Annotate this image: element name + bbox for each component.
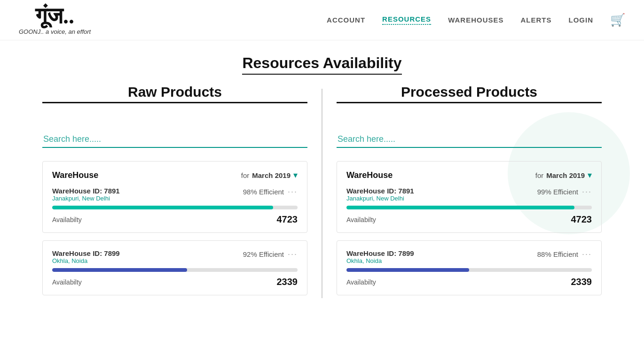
raw-wh2-id: WareHouse ID: 7899 — [52, 249, 120, 257]
nav-alerts[interactable]: ALERTS — [521, 16, 552, 24]
raw-wh2-availability-label: Availabilty — [52, 278, 82, 286]
processed-wh1-availability-row: Availabilty 4723 — [346, 214, 592, 225]
processed-wh1-efficiency-area: 99% Efficient ··· — [537, 187, 592, 197]
raw-warehouse-card-2: WareHouse ID: 7899 Okhla, Noida 92% Effi… — [42, 240, 307, 295]
raw-wh1-progress-bar — [52, 206, 298, 209]
raw-wh1-info: WareHouse ID: 7891 Janakpuri, New Delhi — [52, 187, 120, 202]
processed-wh2-id: WareHouse ID: 7899 — [346, 249, 414, 257]
raw-wh2-location: Okhla, Noida — [52, 257, 120, 264]
processed-wh1-progress-bar — [346, 206, 592, 209]
header: गूंज.. GOONJ.. a voice, an effort ACCOUN… — [0, 0, 644, 40]
nav-account[interactable]: ACCOUNT — [327, 16, 365, 24]
raw-wh1-more-icon[interactable]: ··· — [288, 187, 298, 197]
raw-card-title: WareHouse — [52, 170, 98, 180]
processed-wh1-availability-count: 4723 — [571, 214, 592, 225]
raw-month-value: March 2019 — [252, 171, 291, 179]
processed-wh1-info: WareHouse ID: 7891 Janakpuri, New Delhi — [346, 187, 414, 202]
raw-month-for: for — [241, 171, 250, 179]
processed-search-container — [337, 131, 602, 148]
raw-search-input[interactable] — [42, 131, 307, 148]
processed-month-selector: for March 2019 ▾ — [535, 170, 592, 180]
processed-warehouse-item-2: WareHouse ID: 7899 Okhla, Noida 88% Effi… — [346, 249, 592, 287]
raw-wh1-availability-count: 4723 — [277, 214, 298, 225]
raw-wh2-efficiency: 92% Efficient — [243, 250, 284, 258]
nav-resources[interactable]: RESOURCES — [382, 15, 431, 25]
raw-wh2-efficiency-area: 92% Efficient ··· — [243, 249, 298, 259]
raw-wh1-availability-row: Availabilty 4723 — [52, 214, 298, 225]
processed-wh1-location: Janakpuri, New Delhi — [346, 195, 414, 202]
raw-search-container — [42, 131, 307, 148]
page-title: Resources Availability — [242, 54, 401, 75]
processed-wh2-availability-label: Availabilty — [346, 278, 376, 286]
raw-wh1-progress-fill — [52, 206, 273, 209]
raw-card-header: WareHouse for March 2019 ▾ — [52, 170, 298, 180]
processed-card-title: WareHouse — [346, 170, 393, 180]
processed-wh2-more-icon[interactable]: ··· — [582, 249, 592, 259]
raw-wh2-more-icon[interactable]: ··· — [288, 249, 298, 259]
processed-wh1-efficiency: 99% Efficient — [537, 188, 578, 196]
raw-wh1-info-row: WareHouse ID: 7891 Janakpuri, New Delhi … — [52, 187, 298, 202]
raw-wh1-id: WareHouse ID: 7891 — [52, 187, 120, 195]
cart-icon[interactable]: 🛒 — [610, 13, 625, 27]
raw-wh2-availability-count: 2339 — [277, 277, 298, 287]
processed-wh2-info-row: WareHouse ID: 7899 Okhla, Noida 88% Effi… — [346, 249, 592, 264]
processed-products-heading: Processed Products — [337, 84, 602, 103]
raw-warehouse-item-1: WareHouse ID: 7891 Janakpuri, New Delhi … — [52, 187, 298, 225]
nav-login[interactable]: LOGIN — [569, 16, 594, 24]
processed-month-value: March 2019 — [546, 171, 585, 179]
processed-search-input[interactable] — [337, 131, 602, 148]
main-nav: ACCOUNT RESOURCES WAREHOUSES ALERTS LOGI… — [327, 13, 625, 27]
nav-warehouses[interactable]: WAREHOUSES — [448, 16, 503, 24]
processed-warehouse-item-1: WareHouse ID: 7891 Janakpuri, New Delhi … — [346, 187, 592, 225]
raw-wh2-info-row: WareHouse ID: 7899 Okhla, Noida 92% Effi… — [52, 249, 298, 264]
raw-month-dropdown-icon[interactable]: ▾ — [293, 170, 298, 180]
processed-wh1-id: WareHouse ID: 7891 — [346, 187, 414, 195]
logo: गूंज.. GOONJ.. a voice, an effort — [19, 5, 91, 35]
processed-wh1-availability-label: Availabilty — [346, 216, 376, 223]
processed-warehouse-card: WareHouse for March 2019 ▾ WareHouse ID:… — [337, 161, 602, 233]
raw-wh1-efficiency-area: 98% Efficient ··· — [243, 187, 298, 197]
processed-wh2-availability-row: Availabilty 2339 — [346, 277, 592, 287]
raw-warehouse-item-2: WareHouse ID: 7899 Okhla, Noida 92% Effi… — [52, 249, 298, 287]
raw-wh2-info: WareHouse ID: 7899 Okhla, Noida — [52, 249, 120, 264]
raw-wh1-location: Janakpuri, New Delhi — [52, 195, 120, 202]
raw-wh2-availability-row: Availabilty 2339 — [52, 277, 298, 287]
logo-hindi-text: गूंज.. — [35, 5, 74, 27]
logo-tagline: GOONJ.. a voice, an effort — [19, 28, 91, 35]
raw-wh2-progress-fill — [52, 268, 187, 272]
processed-wh2-progress-fill — [346, 268, 469, 272]
processed-month-dropdown-icon[interactable]: ▾ — [588, 170, 592, 180]
processed-warehouse-card-2: WareHouse ID: 7899 Okhla, Noida 88% Effi… — [337, 240, 602, 295]
raw-wh1-efficiency: 98% Efficient — [243, 188, 284, 196]
raw-month-selector: for March 2019 ▾ — [241, 170, 298, 180]
raw-wh1-availability-label: Availabilty — [52, 216, 82, 223]
processed-wh2-progress-bar — [346, 268, 592, 272]
page-title-area: Resources Availability — [0, 40, 644, 84]
raw-warehouse-card: WareHouse for March 2019 ▾ WareHouse ID:… — [42, 161, 307, 233]
processed-wh1-more-icon[interactable]: ··· — [582, 187, 592, 197]
processed-card-header: WareHouse for March 2019 ▾ — [346, 170, 592, 180]
processed-wh1-progress-fill — [346, 206, 574, 209]
processed-wh2-location: Okhla, Noida — [346, 257, 414, 264]
main-content: Raw Products WareHouse for March 2019 ▾ — [0, 84, 644, 303]
processed-wh2-efficiency: 88% Efficient — [537, 250, 578, 258]
processed-month-for: for — [535, 171, 544, 179]
processed-wh2-info: WareHouse ID: 7899 Okhla, Noida — [346, 249, 414, 264]
processed-wh2-efficiency-area: 88% Efficient ··· — [537, 249, 592, 259]
processed-products-column: Processed Products WareHouse for March 2… — [322, 84, 616, 303]
raw-products-heading: Raw Products — [42, 84, 307, 103]
processed-wh1-info-row: WareHouse ID: 7891 Janakpuri, New Delhi … — [346, 187, 592, 202]
processed-wh2-availability-count: 2339 — [571, 277, 592, 287]
raw-wh2-progress-bar — [52, 268, 298, 272]
raw-products-column: Raw Products WareHouse for March 2019 ▾ — [28, 84, 322, 303]
